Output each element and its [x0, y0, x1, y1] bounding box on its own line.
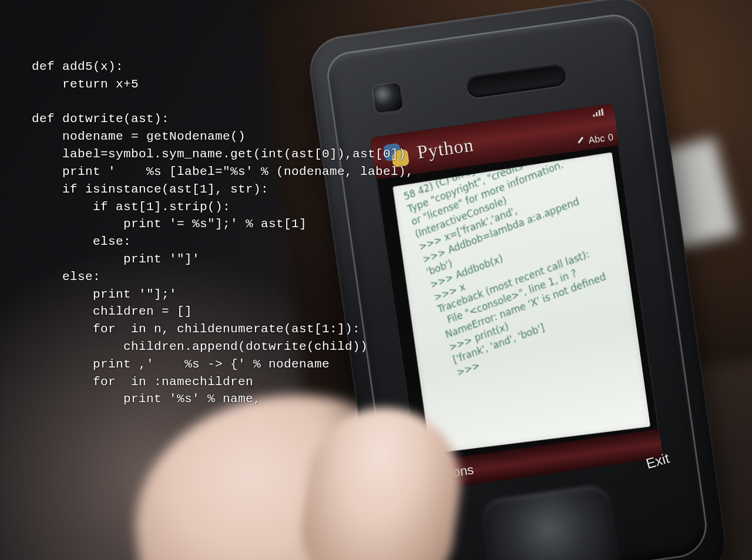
scene-root: Python Abc 0 58 42) (C) on symbian s60 T… — [0, 0, 752, 560]
app-title: Python — [416, 134, 475, 163]
signal-icon — [592, 108, 605, 117]
python-console[interactable]: 58 42) (C) on symbian s60 Type "copyrigh… — [392, 152, 650, 454]
console-output: 58 42) (C) on symbian s60 Type "copyrigh… — [402, 152, 650, 379]
dpad[interactable] — [480, 484, 623, 560]
pencil-icon — [578, 137, 586, 146]
earpiece — [465, 63, 568, 99]
code-overlay: def add5(x): return x+5 def dotwrite(ast… — [32, 58, 414, 408]
input-mode-label: Abc — [588, 133, 606, 146]
